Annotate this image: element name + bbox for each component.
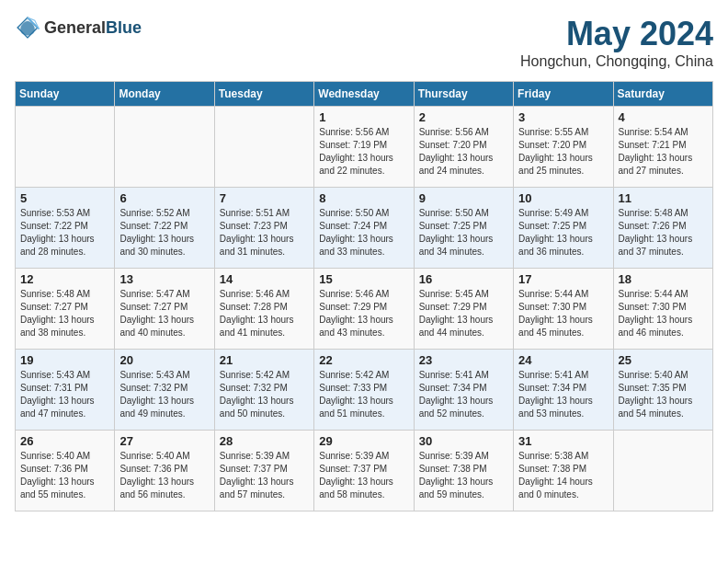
day-info: Sunrise: 5:46 AMSunset: 7:29 PMDaylight:… <box>319 288 408 339</box>
calendar-cell: 7Sunrise: 5:51 AMSunset: 7:23 PMDaylight… <box>214 188 313 269</box>
day-number: 12 <box>20 272 109 286</box>
calendar-cell <box>115 107 214 188</box>
calendar-cell: 3Sunrise: 5:55 AMSunset: 7:20 PMDaylight… <box>514 107 613 188</box>
day-info: Sunrise: 5:42 AMSunset: 7:33 PMDaylight:… <box>319 369 408 420</box>
calendar-cell: 26Sunrise: 5:40 AMSunset: 7:36 PMDayligh… <box>16 431 115 511</box>
day-number: 7 <box>220 191 309 205</box>
day-number: 3 <box>518 110 608 124</box>
col-header-saturday: Saturday <box>613 82 712 107</box>
day-number: 1 <box>319 110 408 124</box>
day-info: Sunrise: 5:54 AMSunset: 7:21 PMDaylight:… <box>619 126 708 178</box>
calendar-cell: 24Sunrise: 5:41 AMSunset: 7:34 PMDayligh… <box>514 350 613 431</box>
day-info: Sunrise: 5:41 AMSunset: 7:34 PMDaylight:… <box>518 369 608 420</box>
day-info: Sunrise: 5:56 AMSunset: 7:19 PMDaylight:… <box>319 126 408 178</box>
calendar-table: SundayMondayTuesdayWednesdayThursdayFrid… <box>15 81 713 511</box>
day-info: Sunrise: 5:47 AMSunset: 7:27 PMDaylight:… <box>119 288 209 339</box>
calendar-cell: 19Sunrise: 5:43 AMSunset: 7:31 PMDayligh… <box>16 350 115 431</box>
logo-icon <box>15 15 40 40</box>
day-number: 10 <box>518 191 608 205</box>
calendar-cell: 18Sunrise: 5:44 AMSunset: 7:30 PMDayligh… <box>613 269 712 350</box>
day-info: Sunrise: 5:50 AMSunset: 7:24 PMDaylight:… <box>319 207 408 259</box>
calendar-cell: 20Sunrise: 5:43 AMSunset: 7:32 PMDayligh… <box>115 350 214 431</box>
day-info: Sunrise: 5:56 AMSunset: 7:20 PMDaylight:… <box>419 126 508 178</box>
day-info: Sunrise: 5:40 AMSunset: 7:35 PMDaylight:… <box>619 369 708 420</box>
day-number: 8 <box>319 191 408 205</box>
day-number: 17 <box>518 272 608 286</box>
day-info: Sunrise: 5:41 AMSunset: 7:34 PMDaylight:… <box>419 369 508 420</box>
day-info: Sunrise: 5:40 AMSunset: 7:36 PMDaylight:… <box>20 450 109 501</box>
calendar-week-row: 12Sunrise: 5:48 AMSunset: 7:27 PMDayligh… <box>16 269 713 350</box>
col-header-tuesday: Tuesday <box>214 82 313 107</box>
logo-general: General <box>44 18 106 37</box>
calendar-week-row: 5Sunrise: 5:53 AMSunset: 7:22 PMDaylight… <box>16 188 713 269</box>
day-number: 5 <box>20 191 109 205</box>
day-info: Sunrise: 5:52 AMSunset: 7:22 PMDaylight:… <box>119 207 209 259</box>
day-info: Sunrise: 5:50 AMSunset: 7:25 PMDaylight:… <box>419 207 508 259</box>
calendar-cell: 6Sunrise: 5:52 AMSunset: 7:22 PMDaylight… <box>115 188 214 269</box>
day-info: Sunrise: 5:44 AMSunset: 7:30 PMDaylight:… <box>518 288 608 339</box>
calendar-cell: 17Sunrise: 5:44 AMSunset: 7:30 PMDayligh… <box>514 269 613 350</box>
calendar-week-row: 1Sunrise: 5:56 AMSunset: 7:19 PMDaylight… <box>16 107 713 188</box>
calendar-cell: 1Sunrise: 5:56 AMSunset: 7:19 PMDaylight… <box>314 107 414 188</box>
day-info: Sunrise: 5:44 AMSunset: 7:30 PMDaylight:… <box>619 288 708 339</box>
day-number: 16 <box>419 272 508 286</box>
col-header-sunday: Sunday <box>16 82 115 107</box>
calendar-cell: 22Sunrise: 5:42 AMSunset: 7:33 PMDayligh… <box>314 350 414 431</box>
day-number: 15 <box>319 272 408 286</box>
day-info: Sunrise: 5:49 AMSunset: 7:25 PMDaylight:… <box>518 207 608 259</box>
day-number: 20 <box>119 353 209 367</box>
calendar-cell: 23Sunrise: 5:41 AMSunset: 7:34 PMDayligh… <box>414 350 513 431</box>
day-number: 2 <box>419 110 508 124</box>
calendar-cell: 25Sunrise: 5:40 AMSunset: 7:35 PMDayligh… <box>613 350 712 431</box>
day-number: 11 <box>619 191 708 205</box>
calendar-header-row: SundayMondayTuesdayWednesdayThursdayFrid… <box>16 82 713 107</box>
title-block: May 2024 Hongchun, Chongqing, China <box>520 15 713 70</box>
day-number: 18 <box>619 272 708 286</box>
calendar-cell: 11Sunrise: 5:48 AMSunset: 7:26 PMDayligh… <box>613 188 712 269</box>
day-number: 28 <box>220 434 309 448</box>
day-number: 22 <box>319 353 408 367</box>
day-info: Sunrise: 5:38 AMSunset: 7:38 PMDaylight:… <box>518 450 608 501</box>
calendar-cell: 15Sunrise: 5:46 AMSunset: 7:29 PMDayligh… <box>314 269 414 350</box>
day-number: 21 <box>220 353 309 367</box>
day-info: Sunrise: 5:39 AMSunset: 7:37 PMDaylight:… <box>319 450 408 501</box>
calendar-cell: 21Sunrise: 5:42 AMSunset: 7:32 PMDayligh… <box>214 350 313 431</box>
day-number: 26 <box>20 434 109 448</box>
subtitle: Hongchun, Chongqing, China <box>520 53 713 70</box>
day-number: 19 <box>20 353 109 367</box>
page-header: GeneralBlue May 2024 Hongchun, Chongqing… <box>15 15 713 70</box>
calendar-cell: 10Sunrise: 5:49 AMSunset: 7:25 PMDayligh… <box>514 188 613 269</box>
calendar-cell: 31Sunrise: 5:38 AMSunset: 7:38 PMDayligh… <box>514 431 613 511</box>
day-number: 24 <box>518 353 608 367</box>
day-number: 23 <box>419 353 508 367</box>
day-number: 9 <box>419 191 508 205</box>
calendar-cell: 30Sunrise: 5:39 AMSunset: 7:38 PMDayligh… <box>414 431 513 511</box>
day-number: 27 <box>119 434 209 448</box>
logo-blue: Blue <box>106 18 142 37</box>
calendar-cell: 13Sunrise: 5:47 AMSunset: 7:27 PMDayligh… <box>115 269 214 350</box>
day-info: Sunrise: 5:43 AMSunset: 7:32 PMDaylight:… <box>119 369 209 420</box>
day-info: Sunrise: 5:48 AMSunset: 7:26 PMDaylight:… <box>619 207 708 259</box>
calendar-cell <box>16 107 115 188</box>
day-info: Sunrise: 5:39 AMSunset: 7:37 PMDaylight:… <box>220 450 309 501</box>
day-number: 13 <box>119 272 209 286</box>
calendar-cell: 28Sunrise: 5:39 AMSunset: 7:37 PMDayligh… <box>214 431 313 511</box>
calendar-cell: 14Sunrise: 5:46 AMSunset: 7:28 PMDayligh… <box>214 269 313 350</box>
col-header-monday: Monday <box>115 82 214 107</box>
calendar-cell: 2Sunrise: 5:56 AMSunset: 7:20 PMDaylight… <box>414 107 513 188</box>
calendar-cell: 5Sunrise: 5:53 AMSunset: 7:22 PMDaylight… <box>16 188 115 269</box>
day-info: Sunrise: 5:39 AMSunset: 7:38 PMDaylight:… <box>419 450 508 501</box>
calendar-cell <box>214 107 313 188</box>
calendar-week-row: 26Sunrise: 5:40 AMSunset: 7:36 PMDayligh… <box>16 431 713 511</box>
calendar-cell: 8Sunrise: 5:50 AMSunset: 7:24 PMDaylight… <box>314 188 414 269</box>
calendar-cell: 4Sunrise: 5:54 AMSunset: 7:21 PMDaylight… <box>613 107 712 188</box>
col-header-wednesday: Wednesday <box>314 82 414 107</box>
logo-text: GeneralBlue <box>44 18 142 38</box>
col-header-thursday: Thursday <box>414 82 513 107</box>
main-title: May 2024 <box>520 15 713 53</box>
day-info: Sunrise: 5:48 AMSunset: 7:27 PMDaylight:… <box>20 288 109 339</box>
calendar-cell: 27Sunrise: 5:40 AMSunset: 7:36 PMDayligh… <box>115 431 214 511</box>
calendar-cell: 16Sunrise: 5:45 AMSunset: 7:29 PMDayligh… <box>414 269 513 350</box>
day-info: Sunrise: 5:51 AMSunset: 7:23 PMDaylight:… <box>220 207 309 259</box>
day-info: Sunrise: 5:53 AMSunset: 7:22 PMDaylight:… <box>20 207 109 259</box>
